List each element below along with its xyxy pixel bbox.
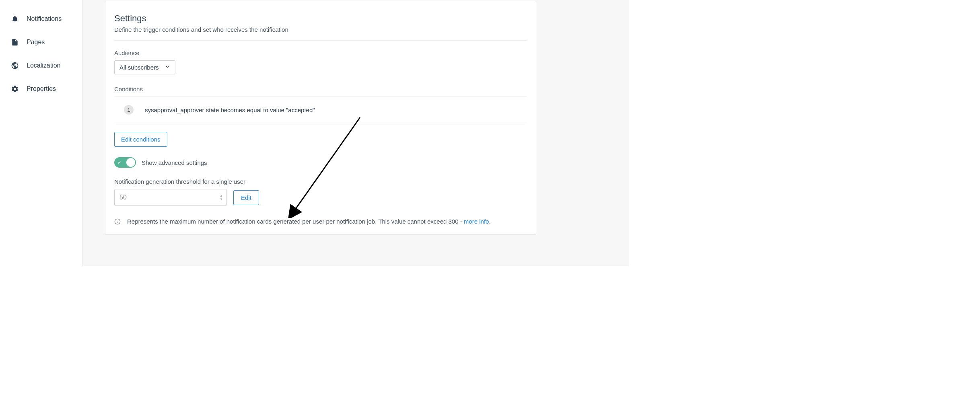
more-info-link[interactable]: more info: [464, 218, 489, 225]
conditions-label: Conditions: [114, 86, 527, 92]
sidebar: Notifications Pages Localization Propert…: [0, 0, 82, 266]
sidebar-item-localization[interactable]: Localization: [10, 57, 82, 74]
info-icon: [114, 218, 121, 226]
condition-text: sysapproval_approver state becomes equal…: [145, 107, 315, 113]
threshold-help: Represents the maximum number of notific…: [114, 216, 527, 226]
sidebar-item-label: Properties: [27, 85, 56, 92]
audience-selected-value: All subscribers: [119, 64, 159, 71]
advanced-toggle-row: ✓ Show advanced settings: [114, 157, 527, 168]
settings-panel: Settings Define the trigger conditions a…: [105, 1, 536, 235]
bell-icon: [10, 14, 19, 23]
sidebar-item-properties[interactable]: Properties: [10, 80, 82, 97]
sidebar-item-label: Localization: [27, 62, 61, 69]
file-icon: [10, 38, 19, 47]
edit-conditions-button[interactable]: Edit conditions: [114, 132, 167, 147]
main-content: Settings Define the trigger conditions a…: [82, 0, 629, 266]
chevron-down-icon: [165, 64, 170, 71]
condition-index-badge: 1: [124, 105, 134, 115]
threshold-input: [114, 189, 227, 206]
gear-icon: [10, 84, 19, 93]
panel-title: Settings: [114, 13, 527, 24]
sidebar-item-label: Notifications: [27, 15, 62, 23]
audience-label: Audience: [114, 49, 527, 56]
help-text: Represents the maximum number of notific…: [127, 217, 491, 226]
check-icon: ✓: [117, 160, 121, 165]
threshold-label: Notification generation threshold for a …: [114, 178, 527, 185]
help-text-prefix: Represents the maximum number of notific…: [127, 218, 464, 225]
audience-select[interactable]: All subscribers: [114, 60, 175, 74]
condition-row: 1 sysapproval_approver state becomes equ…: [114, 97, 527, 123]
advanced-toggle[interactable]: ✓: [114, 157, 136, 168]
stepper-icon: ▲▼: [220, 194, 223, 201]
edit-threshold-button[interactable]: Edit: [233, 190, 259, 205]
globe-icon: [10, 61, 19, 70]
sidebar-item-notifications[interactable]: Notifications: [10, 10, 82, 27]
toggle-knob: [126, 158, 135, 167]
help-text-period: .: [489, 218, 490, 225]
sidebar-item-label: Pages: [27, 39, 45, 46]
threshold-row: ▲▼ Edit: [114, 189, 527, 206]
panel-subtitle: Define the trigger conditions and set wh…: [114, 26, 527, 41]
sidebar-item-pages[interactable]: Pages: [10, 34, 82, 51]
advanced-toggle-label: Show advanced settings: [142, 159, 207, 166]
